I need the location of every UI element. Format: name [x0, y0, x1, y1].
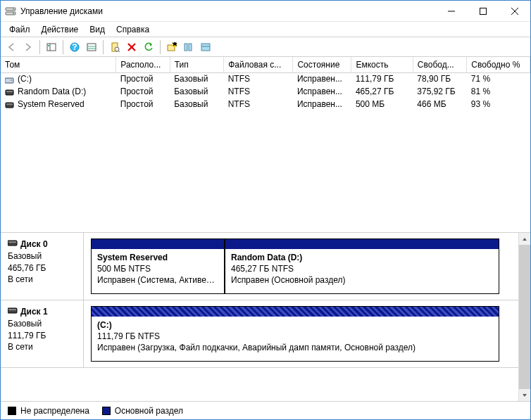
scroll-down-button[interactable] [519, 389, 530, 401]
legend-primary: Основной раздел [102, 406, 183, 416]
volume-cell: System Reserved [1, 98, 116, 110]
show-hide-tree-button[interactable] [44, 39, 59, 55]
svg-rect-28 [5, 78, 13, 83]
properties-button[interactable] [107, 39, 123, 55]
volume-cell: 93 % [467, 98, 530, 110]
volume-cell: 466 МБ [413, 98, 466, 110]
svg-rect-26 [201, 44, 210, 51]
partition-box[interactable]: (C:)111,79 ГБ NTFSИсправен (Загрузка, Фа… [91, 306, 499, 362]
scroll-thumb[interactable] [519, 245, 530, 389]
partition-title: System Reserved [97, 252, 218, 263]
svg-text:?: ? [72, 42, 77, 52]
legend: Не распределена Основной раздел [1, 401, 530, 419]
actions-button[interactable] [198, 39, 213, 55]
menu-help[interactable]: Справка [111, 23, 155, 36]
column-header[interactable]: Файловая с... [224, 57, 293, 72]
partition-body: System Reserved500 МБ NTFSИсправен (Сист… [92, 249, 224, 293]
menubar: Файл Действие Вид Справка [1, 22, 530, 37]
partition-status: Исправен (Система, Активен, Основной раз… [97, 274, 218, 286]
column-header[interactable]: Тип [170, 57, 223, 72]
scroll-up-button[interactable] [519, 233, 530, 245]
partition-box[interactable]: System Reserved500 МБ NTFSИсправен (Сист… [91, 238, 225, 294]
volume-cell: 71 % [467, 72, 530, 85]
volume-cell: Исправен... [293, 72, 351, 85]
volume-cell: Базовый [170, 72, 223, 85]
drive-icon [8, 306, 18, 318]
toolbar-separator [160, 40, 161, 54]
volume-row[interactable]: System ReservedПростойБазовыйNTFSИсправе… [1, 98, 530, 110]
disk-type: Базовый [8, 250, 76, 262]
menu-file[interactable]: Файл [4, 23, 36, 36]
volume-cell: 500 МБ [351, 98, 413, 110]
window-title: Управление дисками [20, 6, 435, 16]
volume-cell: 375,92 ГБ [413, 85, 466, 98]
disk-status: В сети [8, 274, 76, 286]
minimize-button[interactable] [435, 1, 467, 22]
maximize-button[interactable] [467, 1, 499, 22]
svg-point-2 [13, 8, 14, 10]
disk-header[interactable]: Диск 0Базовый465,76 ГБВ сети [1, 233, 84, 300]
svg-rect-10 [48, 45, 49, 46]
column-header[interactable]: Состояние [293, 57, 351, 72]
drive-icon [8, 238, 18, 250]
column-header[interactable]: Свобод... [413, 57, 466, 72]
column-header[interactable]: Располо... [116, 57, 170, 72]
partition-size: 111,79 ГБ NTFS [97, 331, 493, 342]
disk-size: 111,79 ГБ [8, 330, 76, 342]
volume-cell: Исправен... [293, 85, 351, 98]
volume-cell: 465,27 ГБ [351, 85, 413, 98]
partition-size: 500 МБ NTFS [97, 263, 218, 274]
disk-status: В сети [8, 341, 76, 353]
disk-pane-scrollbar[interactable] [518, 233, 530, 401]
disk-header[interactable]: Диск 1Базовый111,79 ГБВ сети [1, 300, 84, 367]
svg-rect-37 [8, 309, 16, 310]
partition-stripe [225, 239, 499, 249]
volume-cell: Простой [116, 72, 170, 85]
new-partition-button[interactable]: ★ [164, 39, 180, 55]
volume-cell: Random Data (D:) [1, 85, 116, 98]
svg-text:★: ★ [171, 42, 177, 49]
disk-type: Базовый [8, 318, 76, 330]
menu-view[interactable]: Вид [84, 23, 111, 36]
volume-row[interactable]: Random Data (D:)ПростойБазовыйNTFSИсправ… [1, 85, 530, 98]
disk-partitions: (C:)111,79 ГБ NTFSИсправен (Загрузка, Фа… [84, 300, 530, 367]
list-view-button[interactable] [84, 39, 99, 55]
volume-cell: 111,79 ГБ [351, 72, 413, 85]
volume-cell: 81 % [467, 85, 530, 98]
volume-cell: NTFS [224, 72, 293, 85]
app-icon [5, 6, 16, 17]
legend-label-primary: Основной раздел [115, 406, 183, 416]
legend-swatch-unallocated [8, 407, 16, 415]
partition-box[interactable]: Random Data (D:)465,27 ГБ NTFSИсправен (… [225, 238, 499, 294]
volume-cell: Базовый [170, 98, 223, 110]
volume-cell: (C:) [1, 72, 116, 85]
toolbar-separator [63, 40, 63, 54]
volume-icon [5, 101, 15, 108]
forward-button [20, 39, 36, 55]
volume-list[interactable]: ТомРасполо...ТипФайловая с...СостояниеЕм… [1, 57, 530, 233]
column-header[interactable]: Том [1, 57, 116, 72]
volume-icon [5, 89, 15, 96]
partition-status: Исправен (Загрузка, Файл подкачки, Авари… [97, 342, 493, 353]
svg-rect-13 [87, 44, 96, 51]
help-button[interactable]: ? [67, 39, 82, 55]
refresh-button[interactable] [141, 39, 156, 55]
disk-layout-pane[interactable]: Диск 0Базовый465,76 ГБВ сетиSystem Reser… [1, 233, 530, 401]
volume-row[interactable]: (C:)ПростойБазовыйNTFSИсправен...111,79 … [1, 72, 530, 85]
titlebar: Управление дисками [1, 1, 530, 22]
delete-button[interactable] [124, 39, 139, 55]
svg-rect-5 [480, 8, 486, 14]
partition-stripe [92, 239, 224, 249]
disk-partitions: System Reserved500 МБ NTFSИсправен (Сист… [84, 233, 530, 300]
partition-title: (C:) [97, 319, 493, 331]
partition-size: 465,27 ГБ NTFS [231, 263, 493, 274]
partition-title: Random Data (D:) [231, 252, 493, 263]
svg-line-18 [118, 51, 120, 52]
column-header[interactable]: Емкость [351, 57, 413, 72]
close-button[interactable] [499, 1, 530, 22]
partition-body: (C:)111,79 ГБ NTFSИсправен (Загрузка, Фа… [92, 317, 499, 361]
volume-cell: NTFS [224, 85, 293, 98]
menu-action[interactable]: Действие [36, 23, 85, 36]
column-header[interactable]: Свободно % [467, 57, 530, 72]
settings-button[interactable] [181, 39, 196, 55]
